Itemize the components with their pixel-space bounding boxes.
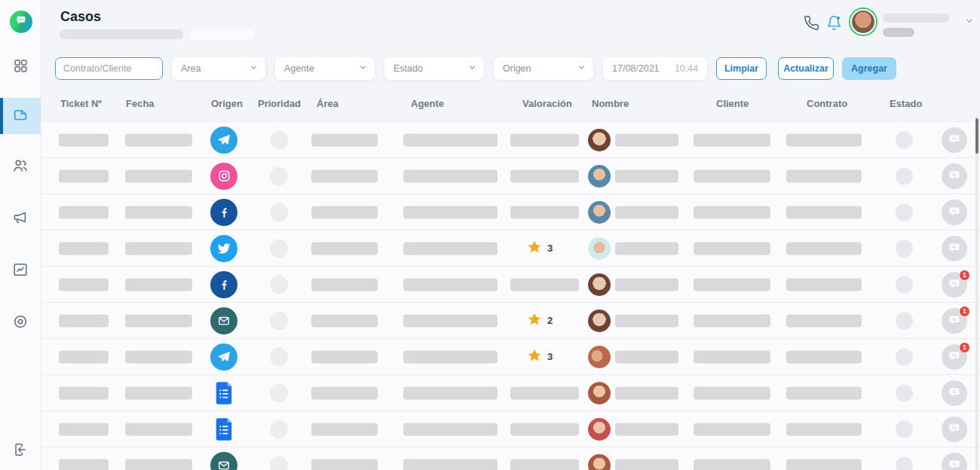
table-row[interactable]: 1 xyxy=(41,267,980,303)
twitter-icon xyxy=(210,235,237,262)
valoracion-skeleton xyxy=(510,206,579,218)
table-row[interactable] xyxy=(41,194,980,230)
sidebar-item-cases[interactable] xyxy=(0,98,41,134)
agente-skeleton xyxy=(403,133,498,146)
estado-dot xyxy=(896,240,913,257)
star-icon xyxy=(527,312,542,330)
table-row[interactable] xyxy=(41,411,980,447)
sidebar-item-dashboard[interactable] xyxy=(0,49,41,85)
contract-client-input[interactable] xyxy=(55,57,163,80)
area-skeleton xyxy=(311,169,378,182)
area-skeleton xyxy=(311,386,378,399)
phone-button[interactable] xyxy=(802,15,820,33)
estado-dot xyxy=(896,276,913,293)
nombre-skeleton xyxy=(615,169,678,182)
area-select[interactable]: Area xyxy=(172,57,265,80)
avatar xyxy=(588,201,611,224)
chat-button[interactable] xyxy=(942,200,967,225)
chevron-down-icon[interactable] xyxy=(965,15,974,29)
nombre-skeleton xyxy=(615,350,678,363)
table-row[interactable] xyxy=(41,158,980,194)
fecha-skeleton xyxy=(125,386,192,399)
col-nombre: Nombre xyxy=(592,98,629,109)
agente-skeleton xyxy=(403,386,498,399)
cliente-skeleton xyxy=(694,350,770,363)
valoracion-cell: 3 xyxy=(527,240,553,258)
table-row[interactable]: 3 1 xyxy=(41,339,980,375)
sidebar-item-logout[interactable] xyxy=(0,433,41,469)
scrollbar-thumb[interactable] xyxy=(975,118,978,154)
chevron-down-icon xyxy=(250,63,258,74)
agente-skeleton xyxy=(403,350,498,363)
filters-bar: Area Agente Estado Origen 17/08/2021 10:… xyxy=(41,57,980,80)
table-row[interactable]: 3 xyxy=(41,230,980,267)
chat-button[interactable] xyxy=(942,453,967,470)
rating-value: 3 xyxy=(547,351,553,362)
sidebar-item-reports[interactable] xyxy=(0,253,41,289)
table-row[interactable] xyxy=(41,447,980,470)
chat-button[interactable] xyxy=(942,236,967,261)
scrollbar-track xyxy=(975,117,978,470)
fecha-skeleton xyxy=(125,314,192,327)
avatar xyxy=(588,346,611,368)
table-row[interactable]: 2 1 xyxy=(41,303,980,339)
chevron-down-icon xyxy=(577,63,586,74)
priority-dot xyxy=(270,203,288,221)
origin-cell xyxy=(210,271,237,298)
priority-dot xyxy=(270,166,288,185)
actualizar-button[interactable]: Actualizar xyxy=(778,57,834,80)
valoracion-cell xyxy=(510,386,579,399)
fecha-skeleton xyxy=(125,242,192,255)
cliente-skeleton xyxy=(694,242,770,255)
user-avatar[interactable] xyxy=(850,9,876,35)
chat-button[interactable]: 1 xyxy=(942,308,967,334)
valoracion-cell xyxy=(510,169,579,182)
estado-dot xyxy=(896,348,913,365)
chat-bubble-icon xyxy=(948,349,961,365)
origin-cell xyxy=(210,127,237,154)
cliente-skeleton xyxy=(694,459,770,470)
chat-bubble-icon xyxy=(948,457,961,470)
table-row[interactable] xyxy=(41,375,980,411)
sidebar-item-settings[interactable] xyxy=(0,305,41,341)
col-contrato: Contrato xyxy=(807,98,847,109)
col-fecha: Fecha xyxy=(126,98,155,109)
chat-bubble-icon xyxy=(948,204,961,220)
datetime-field[interactable]: 17/08/2021 10:44 xyxy=(603,57,707,80)
estado-select[interactable]: Estado xyxy=(384,57,484,80)
fecha-skeleton xyxy=(125,278,192,291)
sidebar-item-campaigns[interactable] xyxy=(0,201,41,237)
valoracion-cell xyxy=(510,423,579,435)
agregar-button[interactable]: Agregar xyxy=(842,57,896,80)
nombre-skeleton xyxy=(615,386,678,399)
valoracion-cell xyxy=(510,206,579,218)
valoracion-skeleton xyxy=(510,423,579,435)
chat-button[interactable] xyxy=(942,127,967,153)
nombre-skeleton xyxy=(615,314,678,327)
agente-select[interactable]: Agente xyxy=(275,57,375,80)
table-row[interactable] xyxy=(41,122,980,158)
valoracion-skeleton xyxy=(510,278,579,291)
fecha-skeleton xyxy=(125,423,192,435)
nombre-skeleton xyxy=(615,423,678,435)
star-icon xyxy=(527,348,542,366)
origen-select[interactable]: Origen xyxy=(494,57,593,80)
notifications-button[interactable] xyxy=(825,15,843,33)
chat-bubble-icon xyxy=(948,313,961,328)
limpiar-button[interactable]: Limpiar xyxy=(716,57,767,80)
chat-button[interactable] xyxy=(942,163,967,189)
estado-dot xyxy=(896,420,913,438)
chat-button[interactable]: 1 xyxy=(942,272,967,298)
main-content: Casos Area Agente Estado xyxy=(41,0,980,470)
chat-button[interactable] xyxy=(942,417,967,442)
chat-button[interactable] xyxy=(942,380,967,406)
contrato-skeleton xyxy=(786,386,862,399)
sidebar-item-contacts[interactable] xyxy=(0,149,41,185)
unread-badge: 1 xyxy=(959,270,970,281)
ticket-skeleton xyxy=(59,278,109,291)
chat-button[interactable]: 1 xyxy=(942,344,967,370)
chat-bubble-icon xyxy=(15,14,27,29)
area-skeleton xyxy=(311,133,378,146)
disc-icon xyxy=(12,313,29,333)
col-estado: Estado xyxy=(890,98,922,109)
